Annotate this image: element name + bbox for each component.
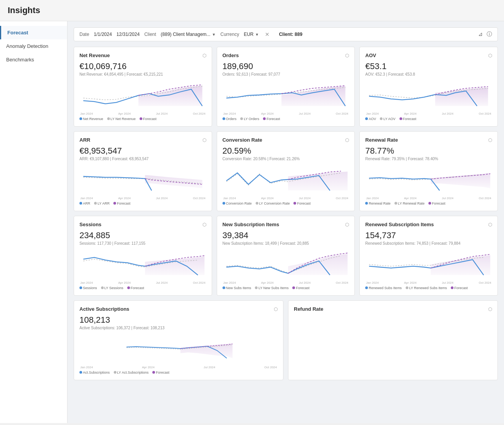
aov-chart [365,80,492,110]
renewed-subscription-items-x-axis: Jan 2024Apr 2024Jul 2024Oct 2024 [365,281,492,284]
sidebar-item-anomaly-detection[interactable]: Anomaly Detection [0,39,67,53]
card-net-revenue: Net Revenue ⬡ €10,069,716 Net Revenue: €… [74,47,212,127]
card-renewal-rate-subtitle: Renewal Rate: 79.35% | Forecast: 78.40% [365,157,492,161]
card-active-subscriptions-subtitle: Active Subscriptions: 106,372 | Forecast… [79,326,278,330]
card-orders-subtitle: Orders: 92,613 | Forecast: 97,077 [223,72,349,76]
active-subscriptions-x-axis: Jan 2024Apr 2024Jul 2024Oct 2024 [79,366,278,369]
sidebar-item-benchmarks[interactable]: Benchmarks [0,53,67,66]
expand-renewed-subscription-items-icon[interactable]: ⬡ [488,222,492,227]
clear-filter-button[interactable]: ✕ [265,31,270,37]
orders-x-axis: Jan 2024Apr 2024Jul 2024Oct 2024 [223,112,349,115]
orders-legend: Orders LY Orders Forecast [223,117,349,121]
active-subscriptions-legend: Act.Subscriptions LY Act.Subscriptions F… [79,371,278,374]
renewal-rate-legend: Renewal Rate LY Renewal Rate Forecast [365,201,492,205]
card-new-subscription-items-title: New Subscription Items [223,222,279,227]
conversion-rate-x-axis: Jan 2024Apr 2024Jul 2024Oct 2024 [223,196,349,200]
app-header: Insights [0,0,504,21]
main-content: Date 1/1/2024 12/31/2024 Client (889) Cl… [67,21,504,423]
filter-icon[interactable]: ⊿ [478,31,483,38]
currency-filter-label: Currency [220,32,239,37]
sessions-legend: Sessions LY Sessions Forecast [79,286,206,290]
card-refund-rate: Refund Rate ⬡ [288,300,498,380]
card-conversion-rate-value: 20.59% [223,146,349,156]
client-filter-value: (889) Client Managem... [161,32,211,37]
active-subscriptions-chart [79,333,278,364]
top-row-cards: Net Revenue ⬡ €10,069,716 Net Revenue: €… [74,47,498,127]
card-sessions-subtitle: Sessions: 117,730 | Forecast: 117,155 [79,241,206,246]
card-renewed-subscription-items-subtitle: Renewed Subscription Items: 74,853 | For… [365,241,492,246]
arr-legend: ARR LY ARR Forecast [79,201,206,205]
card-new-subscription-items-subtitle: New Subscription Items: 18,499 | Forecas… [223,241,349,246]
new-subscription-items-chart [223,249,349,279]
card-new-subscription-items-value: 39,384 [223,230,349,240]
card-sessions-title: Sessions [79,222,101,227]
conversion-rate-legend: Conversion Rate LY Conversion Rate Forec… [223,201,349,205]
currency-filter-select[interactable]: EUR ▼ [244,32,259,37]
card-active-subscriptions-value: 108,213 [79,315,278,325]
card-aov-subtitle: AOV: €52.3 | Forecast: €53.8 [365,72,492,76]
client-badge: Client: 889 [279,32,302,37]
renewal-rate-chart [365,164,492,195]
card-arr-value: €8,953,547 [79,146,206,156]
card-orders: Orders ⬡ 189,690 Orders: 92,613 | Foreca… [217,47,355,127]
card-orders-value: 189,690 [223,61,349,71]
aov-legend: AOV LY AOV Forecast [365,117,492,121]
expand-new-subscription-items-icon[interactable]: ⬡ [345,222,349,227]
mid-row-cards: ARR ⬡ €8,953,547 ARR: €9,107,880 | Forec… [74,131,498,211]
renewed-subscription-items-chart [365,249,492,279]
card-net-revenue-title: Net Revenue [79,52,110,58]
refund-rate-empty [294,315,492,361]
bottom-row-cards: Active Subscriptions ⬡ 108,213 Active Su… [74,300,498,380]
expand-refund-rate-icon[interactable]: ⬡ [488,306,492,312]
client-filter-select[interactable]: (889) Client Managem... ▼ [161,32,216,37]
conversion-rate-chart [223,164,349,195]
filter-action-icons: ⊿ ⓘ [478,31,492,38]
card-renewal-rate: Renewal Rate ⬡ 78.77% Renewal Rate: 79.3… [359,131,498,211]
sidebar-item-forecast[interactable]: Forecast [0,26,67,39]
card-renewed-subscription-items-title: Renewed Subscription Items [365,222,434,227]
card-sessions: Sessions ⬡ 234,885 Sessions: 117,730 | F… [74,216,212,296]
card-net-revenue-value: €10,069,716 [79,61,206,71]
card-sessions-value: 234,885 [79,230,206,240]
date-end-value[interactable]: 12/31/2024 [116,32,140,37]
new-subscription-items-legend: New Subs Items LY New Subs Items Forecas… [223,286,349,290]
card-active-subscriptions-title: Active Subscriptions [79,306,129,312]
expand-active-subscriptions-icon[interactable]: ⬡ [274,306,278,312]
expand-aov-icon[interactable]: ⬡ [488,53,492,58]
net-revenue-x-axis: Jan 2024Apr 2024Jul 2024Oct 2024 [79,112,206,115]
card-arr-title: ARR [79,137,90,143]
renewed-subscription-items-legend: Renewed Subs Items LY Renewed Subs Items… [365,286,492,290]
client-filter-label: Client [144,32,156,37]
renewal-rate-x-axis: Jan 2024Apr 2024Jul 2024Oct 2024 [365,196,492,200]
expand-orders-icon[interactable]: ⬡ [345,53,349,58]
orders-chart [223,80,349,110]
card-new-subscription-items: New Subscription Items ⬡ 39,384 New Subs… [217,216,355,296]
expand-renewal-rate-icon[interactable]: ⬡ [488,137,492,143]
card-aov-value: €53.1 [365,61,492,71]
card-conversion-rate-subtitle: Conversion Rate: 20.58% | Forecast: 21.2… [223,157,349,161]
filter-bar: Date 1/1/2024 12/31/2024 Client (889) Cl… [74,27,498,41]
sidebar: Forecast Anomaly Detection Benchmarks [0,21,67,423]
net-revenue-chart [79,80,206,110]
expand-conversion-rate-icon[interactable]: ⬡ [345,137,349,143]
card-arr-subtitle: ARR: €9,107,880 | Forecast: €8,953,547 [79,157,206,161]
main-layout: Forecast Anomaly Detection Benchmarks Da… [0,21,504,423]
card-conversion-rate-title: Conversion Rate [223,137,262,143]
currency-filter-value: EUR [244,32,253,37]
info-icon[interactable]: ⓘ [487,31,492,38]
app-title: Insights [8,5,40,15]
chevron-down-icon: ▼ [212,32,216,37]
date-filter-label: Date [79,32,89,37]
expand-sessions-icon[interactable]: ⬡ [202,222,206,227]
expand-net-revenue-icon[interactable]: ⬡ [202,53,206,58]
third-row-cards: Sessions ⬡ 234,885 Sessions: 117,730 | F… [74,216,498,296]
card-renewal-rate-title: Renewal Rate [365,137,398,143]
card-refund-rate-title: Refund Rate [294,306,324,312]
card-aov-title: AOV [365,52,376,58]
arr-x-axis: Jan 2024Apr 2024Jul 2024Oct 2024 [79,196,206,200]
card-renewed-subscription-items-value: 154,737 [365,230,492,240]
expand-arr-icon[interactable]: ⬡ [202,137,206,143]
date-start-value[interactable]: 1/1/2024 [94,32,112,37]
card-orders-title: Orders [223,52,239,58]
card-renewal-rate-value: 78.77% [365,146,492,156]
